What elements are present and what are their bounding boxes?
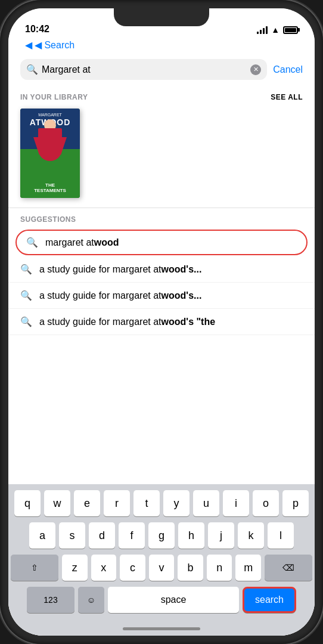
search-area: 🔍 Margaret at ✕ Cancel <box>8 55 315 86</box>
suggestions-section: SUGGESTIONS 🔍 margaret atwood 🔍 a study … <box>8 208 315 484</box>
key-w[interactable]: w <box>44 490 70 516</box>
key-k[interactable]: k <box>238 522 264 549</box>
emoji-key[interactable]: ☺ <box>78 587 104 613</box>
keyboard-row-2: a s d f g h j k l <box>11 522 312 549</box>
keyboard-row-3: ⇧ z x c v b n m ⌫ <box>11 555 312 581</box>
suggestions-label: SUGGESTIONS <box>20 215 76 224</box>
key-g[interactable]: g <box>148 522 175 549</box>
space-key[interactable]: space <box>108 587 239 613</box>
suggestion-text-3: a study guide for margaret atwood's "the <box>39 317 215 327</box>
book-figure <box>38 119 62 161</box>
cancel-button[interactable]: Cancel <box>273 64 303 75</box>
notch <box>114 8 209 26</box>
suggestions-header: SUGGESTIONS <box>8 208 315 228</box>
key-s[interactable]: s <box>59 522 85 549</box>
key-o[interactable]: o <box>253 490 279 516</box>
suggestion-search-icon-1: 🔍 <box>20 264 32 275</box>
suggestion-text-1: a study guide for margaret atwood's... <box>39 264 201 275</box>
keyboard-row-1: q w e r t y u i o p <box>11 490 312 516</box>
key-d[interactable]: d <box>89 522 115 549</box>
battery-icon <box>283 26 298 34</box>
suggestion-text-0: margaret atwood <box>45 237 119 248</box>
key-h[interactable]: h <box>178 522 204 549</box>
key-l[interactable]: l <box>268 522 294 549</box>
key-m[interactable]: m <box>235 555 261 581</box>
suggestion-item-3[interactable]: 🔍 a study guide for margaret atwood's "t… <box>8 309 315 335</box>
delete-key[interactable]: ⌫ <box>265 555 312 581</box>
suggestion-item-2[interactable]: 🔍 a study guide for margaret atwood's... <box>8 283 315 309</box>
suggestion-search-icon-0: 🔍 <box>26 237 38 248</box>
key-n[interactable]: n <box>207 555 232 581</box>
see-all-button[interactable]: SEE ALL <box>271 93 303 101</box>
keyboard: q w e r t y u i o p a s d f g <box>8 484 315 621</box>
key-p[interactable]: p <box>282 490 309 516</box>
book-result[interactable]: MARGARET ATWOOD THETESTAMENTS <box>8 106 315 208</box>
nav-bar: ◀ ◀ Search <box>8 38 315 55</box>
suggestion-search-icon-3: 🔍 <box>20 316 32 327</box>
library-section-header: IN YOUR LIBRARY SEE ALL <box>8 86 315 106</box>
content-area: IN YOUR LIBRARY SEE ALL MARGARET ATWOOD <box>8 86 315 636</box>
status-time: 10:42 <box>25 24 49 35</box>
phone-screen: 10:42 ▲ ◀ ◀ Search <box>8 8 315 636</box>
key-b[interactable]: b <box>178 555 203 581</box>
key-z[interactable]: z <box>62 555 88 581</box>
back-label: ◀ Search <box>35 39 74 51</box>
suggestion-item-1[interactable]: 🔍 a study guide for margaret atwood's... <box>8 256 315 283</box>
search-input[interactable]: Margaret at <box>42 64 247 75</box>
key-a[interactable]: a <box>29 522 55 549</box>
phone-frame: 10:42 ▲ ◀ ◀ Search <box>0 0 323 644</box>
search-input-wrapper[interactable]: 🔍 Margaret at ✕ <box>20 59 267 80</box>
book-subtitle: THETESTAMENTS <box>20 182 80 193</box>
key-i[interactable]: i <box>223 490 249 516</box>
key-v[interactable]: v <box>149 555 175 581</box>
suggestion-item-0[interactable]: 🔍 margaret atwood <box>15 230 308 255</box>
book-cover[interactable]: MARGARET ATWOOD THETESTAMENTS <box>20 109 80 198</box>
key-j[interactable]: j <box>208 522 234 549</box>
key-t[interactable]: t <box>133 490 160 516</box>
key-x[interactable]: x <box>91 555 117 581</box>
key-c[interactable]: c <box>120 555 145 581</box>
library-label: IN YOUR LIBRARY <box>20 93 88 101</box>
suggestion-text-2: a study guide for margaret atwood's... <box>39 290 201 301</box>
suggestion-search-icon-2: 🔍 <box>20 290 32 301</box>
status-icons: ▲ <box>257 25 298 35</box>
search-icon: 🔍 <box>26 64 38 75</box>
key-q[interactable]: q <box>14 490 41 516</box>
key-u[interactable]: u <box>193 490 219 516</box>
back-chevron-icon: ◀ <box>25 39 32 51</box>
back-button[interactable]: ◀ ◀ Search <box>25 39 298 51</box>
numbers-key[interactable]: 123 <box>27 587 74 613</box>
key-f[interactable]: f <box>119 522 145 549</box>
shift-key[interactable]: ⇧ <box>11 555 58 581</box>
key-y[interactable]: y <box>163 490 190 516</box>
home-indicator <box>123 627 200 630</box>
search-key[interactable]: search <box>243 587 296 613</box>
key-r[interactable]: r <box>104 490 130 516</box>
bottom-bar <box>8 621 315 636</box>
keyboard-bottom-row: 123 ☺ space search <box>11 587 312 613</box>
signal-icon <box>257 26 268 34</box>
clear-button[interactable]: ✕ <box>250 64 261 75</box>
wifi-icon: ▲ <box>271 25 279 35</box>
key-e[interactable]: e <box>74 490 100 516</box>
